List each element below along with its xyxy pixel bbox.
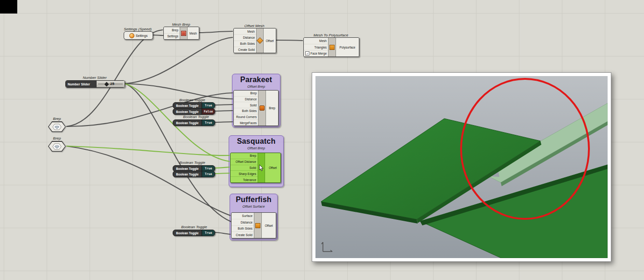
input-distance[interactable]: Distance	[234, 97, 258, 103]
label-settings: Settings (Speed)	[124, 27, 152, 31]
output-polysurface[interactable]: Polysurface	[340, 46, 356, 49]
output-offset[interactable]: Offset	[269, 166, 277, 169]
toggle-value[interactable]: True	[202, 171, 215, 177]
slider-value: 25	[110, 82, 114, 86]
param-settings[interactable]: Settings	[124, 31, 153, 40]
mesh-brep-icon	[181, 31, 186, 36]
output-offset[interactable]: Offset	[265, 224, 273, 227]
wire-brep2-pufferfish	[66, 146, 231, 216]
label-number-slider: Number Slider	[83, 76, 106, 80]
brep-icon	[52, 143, 62, 150]
number-slider[interactable]: Number Slider 25	[65, 80, 125, 88]
number-slider-name: Number Slider	[66, 81, 97, 87]
component-sasquatch-offset-brep[interactable]: Brep Offset Distance Solid Sharp Edges T…	[230, 153, 281, 183]
component-parakeet-offset-brep[interactable]: Brep Distance Solid Both Sides Round Cor…	[233, 90, 279, 126]
component-pufferfish-offset-surface[interactable]: Surface Distance Both Sides Create Solid…	[231, 212, 276, 238]
param-brep-1[interactable]	[48, 121, 66, 132]
wire-brep1-meshbrep	[66, 30, 163, 126]
wire-toggle3-parakeet	[215, 122, 233, 122]
input-brep[interactable]: Brep	[231, 153, 258, 159]
number-slider-track[interactable]: 25	[97, 81, 125, 87]
toggle-value[interactable]: False	[202, 109, 215, 114]
slider-handle[interactable]	[105, 82, 109, 86]
input-distance[interactable]: Distance	[234, 35, 256, 41]
input-both-sides[interactable]: Both Sides	[234, 108, 258, 114]
input-solid[interactable]: Solid	[234, 102, 258, 108]
offset-surface-icon	[255, 223, 260, 228]
input-tolerance[interactable]: Tolerance	[231, 177, 258, 182]
input-offset-distance[interactable]: Offset Distance	[231, 159, 258, 165]
toggle-name: Boolean Toggle	[173, 103, 202, 108]
settings-name: Settings	[136, 34, 147, 37]
input-brep[interactable]: Brep	[234, 91, 258, 97]
group-subtitle-parakeet: Offset Brep	[232, 84, 280, 89]
checkbox-icon[interactable]	[305, 51, 309, 56]
input-create-solid[interactable]: Create Solid	[234, 47, 256, 53]
toggle-value[interactable]: True	[202, 103, 215, 108]
input-both-sides[interactable]: Both Sides	[234, 41, 256, 47]
label-offset-mesh: Offset Mesh	[244, 24, 264, 28]
input-face-merge[interactable]: Face Merge	[304, 50, 328, 56]
cursor-icon	[259, 165, 264, 171]
component-offset-mesh[interactable]: Mesh Distance Both Sides Create Solid Of…	[233, 28, 276, 53]
face-merge-label: Face Merge	[310, 52, 327, 55]
wire-toggle1-parakeet	[215, 105, 233, 105]
wire-toggle5-sasquatch	[215, 173, 230, 174]
viewport-render	[315, 76, 608, 258]
group-title-sasquatch: Sasquatch	[229, 137, 283, 146]
input-sharp-edges[interactable]: Sharp Edges	[231, 171, 258, 177]
wire-toggle4-sasquatch	[215, 167, 230, 168]
toggle-value[interactable]: True	[202, 120, 215, 126]
input-distance[interactable]: Distance	[231, 219, 254, 226]
label-mesh-brep: Mesh Brep	[172, 22, 190, 27]
input-both-sides[interactable]: Both Sides	[231, 226, 254, 232]
group-title-pufferfish: Pufferfish	[230, 196, 277, 204]
input-surface[interactable]: Surface	[231, 213, 254, 219]
input-mergefaces[interactable]: MergeFaces	[234, 120, 258, 126]
wire-offsetmesh-mtp	[276, 40, 303, 41]
label-boolean-toggle-1: Boolean Toggle	[179, 98, 205, 102]
boolean-toggle-3[interactable]: Boolean Toggle True	[173, 119, 215, 126]
grasshopper-canvas[interactable]: Parakeet Offset Brep Sasquatch Offset Br…	[0, 0, 644, 280]
component-mesh-brep[interactable]: Brep Settings Mesh	[163, 27, 199, 40]
wire-meshbrep-offsetmesh	[199, 31, 233, 33]
wire-toggle6-pufferfish	[215, 232, 231, 234]
boolean-toggle-6[interactable]: Boolean Toggle True	[173, 230, 215, 236]
canvas-corner-black	[0, 0, 17, 14]
settings-icon	[129, 33, 134, 38]
offset-brep-icon	[259, 105, 265, 111]
input-mesh[interactable]: Mesh	[234, 28, 256, 35]
wire-brep2-sasquatch	[66, 146, 230, 155]
wire-slider-parakeet	[125, 84, 233, 99]
input-create-solid[interactable]: Create Solid	[231, 232, 254, 238]
input-settings[interactable]: Settings	[164, 34, 180, 40]
boolean-toggle-2[interactable]: Boolean Toggle False	[173, 108, 215, 115]
wire-slider-offsetmesh	[125, 37, 233, 84]
label-boolean-toggle-2: Boolean Toggle	[183, 115, 209, 119]
label-boolean-toggle-4: Boolean Toggle	[181, 225, 207, 229]
input-round-corners[interactable]: Round Corners	[234, 114, 258, 120]
boolean-toggle-1[interactable]: Boolean Toggle True	[173, 102, 215, 109]
input-triangles[interactable]: Triangles	[304, 44, 328, 51]
input-solid[interactable]: Solid	[231, 165, 258, 171]
boolean-toggle-5[interactable]: Boolean Toggle True	[173, 171, 215, 177]
group-subtitle-pufferfish: Offset Surface	[230, 204, 277, 209]
toggle-name: Boolean Toggle	[173, 171, 202, 177]
toggle-value[interactable]: True	[202, 230, 215, 236]
wire-toggle2-parakeet	[215, 111, 233, 111]
input-mesh[interactable]: Mesh	[304, 38, 328, 44]
input-brep[interactable]: Brep	[164, 27, 180, 34]
label-mesh-to-polysurface: Mesh To Polysurface	[314, 33, 348, 37]
toggle-name: Boolean Toggle	[173, 109, 202, 114]
output-offset[interactable]: Offset	[266, 39, 273, 42]
polysurface-icon	[329, 45, 335, 50]
param-brep-2[interactable]	[48, 141, 66, 152]
toggle-name: Boolean Toggle	[173, 120, 202, 126]
brep-icon	[52, 124, 62, 130]
output-brep[interactable]: Brep	[269, 106, 275, 110]
label-boolean-toggle-3: Boolean Toggle	[179, 161, 205, 165]
component-mesh-to-polysurface[interactable]: Mesh Triangles Face Merge Polysurface	[303, 37, 359, 57]
label-brep-2: Brep	[53, 136, 61, 140]
label-brep-1: Brep	[53, 117, 61, 121]
output-mesh[interactable]: Mesh	[189, 32, 197, 35]
